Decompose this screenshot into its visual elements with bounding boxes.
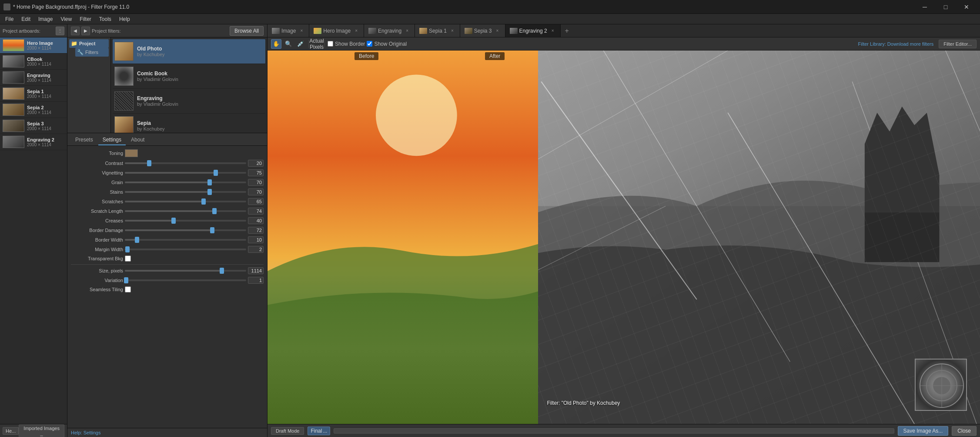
border-width-value[interactable] — [248, 236, 264, 243]
tab-close-button[interactable]: × — [495, 28, 501, 34]
canvas-left-image — [268, 50, 538, 424]
filter-editor-button[interactable]: Filter Editor... — [939, 40, 977, 48]
save-image-as-button[interactable]: Save Image As... — [898, 426, 949, 436]
menu-image[interactable]: Image — [35, 15, 56, 23]
menu-help[interactable]: Help — [116, 15, 134, 23]
filter-library-link[interactable]: Filter Library: Download more filters — [858, 41, 934, 47]
seamless-tiling-checkbox[interactable] — [125, 286, 131, 292]
artboard-item[interactable]: Sepia 2 2000 × 1114 — [0, 102, 67, 118]
final-ellipsis: ... — [323, 428, 327, 434]
artboard-item[interactable]: Hero Image 2000 × 1114 — [0, 37, 67, 54]
margin-width-value[interactable] — [248, 246, 264, 253]
scratch-length-slider[interactable] — [125, 210, 246, 212]
final-button[interactable]: Final ... — [308, 427, 330, 435]
tab-close-button[interactable]: × — [550, 28, 556, 34]
artboard-item[interactable]: Sepia 1 2000 × 1114 — [0, 86, 67, 102]
tree-filters-node[interactable]: 🔧 Filters — [75, 48, 109, 57]
artboard-item[interactable]: Sepia 3 2000 × 1114 — [0, 118, 67, 134]
nav-back-button[interactable]: ◀ — [71, 27, 80, 35]
close-canvas-button[interactable]: Close — [952, 426, 977, 436]
tab-about[interactable]: About — [127, 135, 149, 145]
svg-line-7 — [538, 50, 728, 175]
menu-view[interactable]: View — [57, 15, 75, 23]
tab-sepia1[interactable]: Sepia 1 × — [415, 24, 460, 37]
tab-presets[interactable]: Presets — [71, 135, 97, 145]
stains-value[interactable] — [248, 188, 264, 195]
tab-hero-image[interactable]: Hero Image × — [309, 24, 364, 37]
imported-images-button[interactable]: Imported Images _ — [19, 424, 64, 437]
scratch-length-value[interactable] — [248, 208, 264, 215]
artboard-name: Sepia 2 — [27, 105, 64, 110]
minimize-button[interactable]: ─ — [915, 0, 935, 14]
filter-thumbnail — [114, 67, 134, 86]
scratches-value[interactable] — [248, 198, 264, 205]
filter-item[interactable]: Comic Book by Vladimir Golovin — [113, 64, 265, 89]
filter-item[interactable]: Old Photo by Kochubey — [113, 39, 265, 64]
menu-edit[interactable]: Edit — [18, 15, 34, 23]
artboard-item[interactable]: Engraving 2000 × 1114 — [0, 70, 67, 86]
artboards-options-button[interactable]: ⋮ — [56, 27, 64, 35]
tab-sepia3[interactable]: Sepia 3 × — [460, 24, 505, 37]
maximize-button[interactable]: □ — [936, 0, 956, 14]
size-pixels-value[interactable] — [248, 267, 264, 274]
stains-slider[interactable] — [125, 191, 246, 193]
hand-tool-button[interactable]: ✋ — [271, 39, 281, 49]
tab-close-button[interactable]: × — [449, 28, 455, 34]
artboard-name: Hero Image — [27, 40, 64, 46]
toning-color-picker[interactable] — [125, 149, 138, 157]
artboard-item[interactable]: CBook 2000 × 1114 — [0, 54, 67, 70]
size-pixels-slider[interactable] — [125, 270, 246, 272]
setting-label: Border Damage — [71, 228, 123, 233]
grain-value[interactable] — [248, 179, 264, 186]
menu-filter[interactable]: Filter — [76, 15, 95, 23]
contrast-slider[interactable] — [125, 162, 246, 164]
help-button[interactable]: He... — [3, 427, 19, 435]
border-width-slider[interactable] — [125, 239, 246, 241]
show-border-checkbox[interactable] — [328, 41, 333, 47]
filter-item[interactable]: Engraving by Vladimir Golovin — [113, 89, 265, 114]
tab-engraving[interactable]: Engraving × — [364, 24, 415, 37]
grain-slider[interactable] — [125, 182, 246, 183]
tab-close-button[interactable]: × — [353, 28, 359, 34]
menu-tools[interactable]: Tools — [96, 15, 115, 23]
contrast-value[interactable] — [248, 160, 264, 167]
tree-filters-label: Filters — [85, 50, 98, 55]
tab-close-button[interactable]: × — [298, 28, 304, 34]
browse-all-button[interactable]: Browse All — [230, 26, 264, 36]
show-original-checkbox[interactable] — [367, 41, 372, 47]
border-damage-slider[interactable] — [125, 229, 246, 231]
actual-pixels-button[interactable]: Actual Pixels — [311, 39, 322, 49]
border-damage-value[interactable] — [248, 227, 264, 234]
filter-item[interactable]: Sepia by Kochubey — [113, 114, 265, 133]
vignetting-value[interactable] — [248, 169, 264, 176]
tree-node-project[interactable]: 📁 Project — [69, 39, 109, 48]
add-tab-button[interactable]: + — [561, 24, 573, 37]
filter-author: by Kochubey — [137, 126, 264, 131]
tab-thumbnail — [272, 28, 280, 34]
scratches-slider[interactable] — [125, 201, 246, 202]
artboard-item[interactable]: Engraving 2 2000 × 1114 — [0, 134, 67, 150]
vignetting-slider[interactable] — [125, 172, 246, 174]
help-settings-link[interactable]: Help: Settings — [67, 428, 267, 437]
variation-value[interactable] — [248, 277, 264, 284]
draft-mode-button[interactable]: Draft Mode — [271, 427, 304, 435]
filters-label: Project filters: — [92, 28, 121, 34]
filter-name: Old Photo — [137, 46, 264, 52]
show-border-label[interactable]: Show Border — [328, 41, 365, 47]
tab-settings[interactable]: Settings — [98, 135, 126, 145]
tab-engraving2[interactable]: Engraving 2 × — [505, 24, 561, 37]
margin-width-slider[interactable] — [125, 249, 246, 250]
artboard-size: 2000 × 1114 — [27, 126, 64, 131]
creases-value[interactable] — [248, 217, 264, 224]
tab-close-button[interactable]: × — [404, 28, 410, 34]
creases-slider[interactable] — [125, 220, 246, 222]
show-original-label[interactable]: Show Original — [367, 41, 407, 47]
menu-file[interactable]: File — [2, 15, 17, 23]
transparent-bkg-checkbox[interactable] — [125, 255, 131, 262]
close-button[interactable]: ✕ — [957, 0, 977, 14]
eyedropper-tool-button[interactable]: 💉 — [295, 39, 306, 49]
variation-slider[interactable] — [125, 279, 246, 281]
nav-forward-button[interactable]: ▶ — [81, 27, 90, 35]
tab-image[interactable]: Image × — [268, 24, 309, 37]
zoom-tool-button[interactable]: 🔍 — [283, 39, 294, 49]
